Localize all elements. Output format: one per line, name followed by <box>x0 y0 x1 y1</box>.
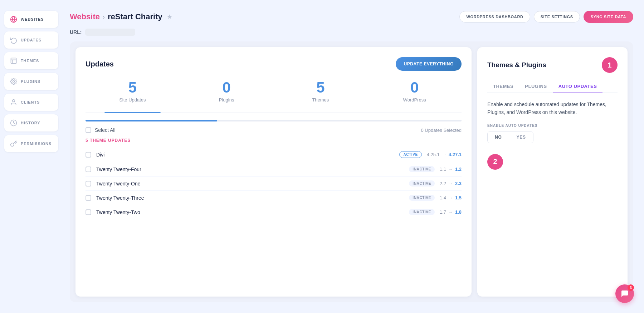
stat-themes[interactable]: 5 Themes <box>274 79 368 106</box>
tab-plugins[interactable]: PLUGINS <box>519 80 552 93</box>
stat-site-updates[interactable]: 5 Site Updates <box>86 79 180 106</box>
badge-circle-1: 1 <box>602 57 618 73</box>
chat-badge: 3 <box>628 284 634 291</box>
theme-row-divi: Divi ACTIVE 4.25.1 → 4.27.1 <box>86 147 462 162</box>
theme-name-ttf: Twenty Twenty-Four <box>96 167 404 172</box>
url-label: URL: <box>70 29 82 35</box>
sidebar-item-clients[interactable]: CLIENTS <box>4 94 58 111</box>
stat-wordpress[interactable]: 0 WordPress <box>367 79 462 106</box>
tab-auto-updates[interactable]: AUTO UPDATES <box>553 80 603 93</box>
theme-row-ttw: Twenty Twenty-Two INACTIVE 1.7 → 1.8 <box>86 205 462 219</box>
svg-point-6 <box>13 100 15 102</box>
right-panel-title: Themes & Plugins <box>487 61 546 69</box>
auto-updates-desc: Enable and schedule automated updates fo… <box>487 100 618 116</box>
updates-panel: Updates UPDATE EVERYTHING 5 Site Updates… <box>75 47 472 297</box>
updates-selected-count: 0 Updates Selected <box>421 128 462 133</box>
chat-button[interactable]: 3 <box>615 284 634 303</box>
main-content: Website › reStart Charity ★ WORDPRESS DA… <box>63 0 644 313</box>
select-all-label[interactable]: Select All <box>95 127 116 133</box>
right-panel-header: Themes & Plugins 1 <box>487 57 618 73</box>
stats-row: 5 Site Updates 0 Plugins 5 Themes 0 Word… <box>86 79 462 113</box>
stat-site-updates-number: 5 <box>86 79 180 96</box>
url-value <box>85 29 135 36</box>
toggle-no-button[interactable]: NO <box>488 131 509 143</box>
clock-icon <box>10 119 17 126</box>
theme-list: Divi ACTIVE 4.25.1 → 4.27.1 Twenty Twent… <box>86 147 462 219</box>
theme-badge-tto: INACTIVE <box>409 180 434 187</box>
enable-auto-updates-label: ENABLE AUTO UPDATES <box>487 124 618 128</box>
select-all-row: Select All 0 Updates Selected <box>86 127 462 133</box>
theme-badge-ttf: INACTIVE <box>409 166 434 172</box>
theme-row-tto: Twenty Twenty-One INACTIVE 2.2 → 2.3 <box>86 177 462 191</box>
theme-version-to-ttf: 1.2 <box>455 167 462 172</box>
progress-bar-fill <box>86 120 217 121</box>
theme-version-to-ttth: 1.5 <box>455 195 462 200</box>
page-header: Website › reStart Charity ★ WORDPRESS DA… <box>70 11 633 23</box>
theme-version-ttth: 1.4 → 1.5 <box>440 195 462 200</box>
sidebar-item-updates-label: UPDATES <box>21 38 42 42</box>
stat-site-updates-label: Site Updates <box>86 97 180 103</box>
url-bar: URL: <box>70 29 633 36</box>
theme-checkbox-tto[interactable] <box>86 181 91 187</box>
arrow-icon: → <box>448 167 453 172</box>
chat-icon <box>620 289 629 298</box>
stat-plugins[interactable]: 0 Plugins <box>180 79 274 106</box>
breadcrumb-current: reStart Charity <box>108 12 162 21</box>
theme-checkbox-ttw[interactable] <box>86 209 91 215</box>
theme-name-divi: Divi <box>96 152 394 158</box>
theme-badge-divi: ACTIVE <box>399 151 421 158</box>
select-all-left: Select All <box>86 127 116 133</box>
arrow-icon: → <box>448 181 453 186</box>
theme-updates-header: 5 THEME UPDATES <box>86 138 462 143</box>
theme-checkbox-ttth[interactable] <box>86 195 91 201</box>
site-settings-button[interactable]: SITE SETTINGS <box>534 11 580 23</box>
breadcrumb-arrow: › <box>103 13 105 21</box>
arrow-icon: → <box>448 209 453 215</box>
star-icon[interactable]: ★ <box>167 13 172 21</box>
updates-title: Updates <box>86 60 114 68</box>
toggle-yes-button[interactable]: YES <box>509 131 533 143</box>
badge-circle-2: 2 <box>487 154 503 170</box>
sidebar-item-clients-label: CLIENTS <box>21 100 40 104</box>
theme-row-ttf: Twenty Twenty-Four INACTIVE 1.1 → 1.2 <box>86 162 462 177</box>
update-everything-button[interactable]: UPDATE EVERYTHING <box>396 57 462 71</box>
arrow-icon: → <box>448 195 453 200</box>
theme-row-ttth: Twenty Twenty-Three INACTIVE 1.4 → 1.5 <box>86 191 462 205</box>
sidebar-item-history-label: HISTORY <box>21 121 40 125</box>
sidebar-item-permissions-label: PERMISSIONS <box>21 141 52 146</box>
theme-version-from-ttw: 1.7 <box>440 209 446 215</box>
theme-name-ttth: Twenty Twenty-Three <box>96 195 404 201</box>
sidebar-item-plugins[interactable]: PLUGINS <box>4 73 58 90</box>
theme-version-ttw: 1.7 → 1.8 <box>440 209 462 215</box>
user-icon <box>10 99 17 106</box>
stat-themes-label: Themes <box>274 97 368 103</box>
theme-version-to-ttw: 1.8 <box>455 209 462 215</box>
sidebar: WEBSITES UPDATES THEMES PLUGINS <box>0 0 63 313</box>
sidebar-item-updates[interactable]: UPDATES <box>4 31 58 49</box>
theme-checkbox-ttf[interactable] <box>86 167 91 172</box>
theme-version-from-ttf: 1.1 <box>440 167 446 172</box>
sync-site-data-button[interactable]: SYNC SITE DATA <box>584 11 633 23</box>
breadcrumb-link[interactable]: Website <box>70 12 100 21</box>
key-icon <box>10 140 17 147</box>
theme-name-ttw: Twenty Twenty-Two <box>96 209 404 215</box>
theme-version-from-divi: 4.25.1 <box>427 152 440 157</box>
progress-bar-container <box>86 120 462 121</box>
tab-themes[interactable]: THEMES <box>487 80 519 93</box>
select-all-checkbox[interactable] <box>86 127 91 133</box>
sidebar-item-plugins-label: PLUGINS <box>21 79 40 84</box>
theme-checkbox-divi[interactable] <box>86 152 91 158</box>
sidebar-item-history[interactable]: HISTORY <box>4 114 58 131</box>
layout-icon <box>10 57 17 64</box>
breadcrumb: Website › reStart Charity ★ <box>70 12 172 21</box>
theme-badge-ttth: INACTIVE <box>409 195 434 201</box>
right-panel: Themes & Plugins 1 THEMES PLUGINS AUTO U… <box>477 47 628 297</box>
stat-wordpress-number: 0 <box>367 79 462 96</box>
refresh-icon <box>10 36 17 44</box>
tabs-row: THEMES PLUGINS AUTO UPDATES <box>487 80 618 93</box>
sidebar-item-permissions[interactable]: PERMISSIONS <box>4 135 58 152</box>
stat-wordpress-label: WordPress <box>367 97 462 103</box>
sidebar-item-themes[interactable]: THEMES <box>4 52 58 69</box>
sidebar-item-websites[interactable]: WEBSITES <box>4 11 58 28</box>
wordpress-dashboard-button[interactable]: WORDPRESS DASHBOARD <box>459 11 530 23</box>
